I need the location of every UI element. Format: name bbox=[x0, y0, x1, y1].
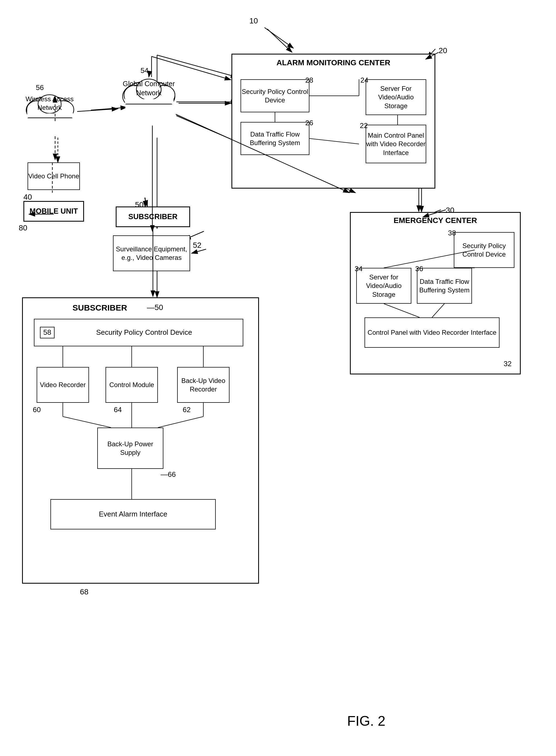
subscriber-top-label: SUBSCRIBER bbox=[128, 212, 178, 222]
ref-50-top: 50 bbox=[135, 200, 144, 209]
alarm-internal-connectors bbox=[232, 54, 435, 188]
svg-line-55 bbox=[384, 304, 420, 317]
ref-52: 52 bbox=[193, 241, 201, 250]
surveillance-label: Surveillance Equipment, e.g., Video Came… bbox=[113, 245, 189, 262]
svg-line-56 bbox=[432, 304, 444, 317]
svg-line-53 bbox=[145, 198, 147, 206]
global-network-cloud: Global Computer Network 54 bbox=[118, 74, 179, 124]
wireless-network-label: Wireless Access Network bbox=[22, 95, 77, 112]
alarm-center-outer-box: ALARM MONITORING CENTER Security Policy … bbox=[232, 54, 435, 189]
svg-line-7 bbox=[157, 55, 237, 77]
mobile-unit-label: MOBILE UNIT bbox=[30, 206, 78, 216]
ref-30: 30 bbox=[446, 206, 454, 215]
ref-10: 10 bbox=[249, 16, 258, 25]
global-network-label: Global Computer Network bbox=[118, 79, 179, 97]
ref-40: 40 bbox=[24, 193, 32, 201]
wireless-network-cloud: Wireless Access Network 56 bbox=[22, 91, 77, 136]
svg-line-62 bbox=[63, 417, 111, 427]
diagram: 10 ALARM MONITORING CENTER Security Poli… bbox=[0, 0, 556, 756]
svg-line-32 bbox=[309, 139, 359, 144]
ref-56: 56 bbox=[36, 83, 44, 92]
ref-68: 68 bbox=[80, 588, 89, 596]
ref-54: 54 bbox=[141, 66, 148, 75]
ref-80: 80 bbox=[19, 224, 27, 232]
fig-label: FIG. 2 bbox=[347, 713, 385, 729]
svg-rect-49 bbox=[28, 113, 73, 127]
svg-line-79 bbox=[77, 109, 118, 112]
video-cell-phone-label: Video Cell Phone bbox=[28, 172, 79, 180]
svg-rect-41 bbox=[125, 99, 174, 113]
svg-line-2 bbox=[267, 29, 292, 52]
svg-line-65 bbox=[158, 417, 203, 427]
svg-line-69 bbox=[265, 28, 293, 48]
mobile-unit-box: MOBILE UNIT bbox=[24, 201, 84, 222]
emergency-internal-connectors bbox=[351, 213, 520, 374]
emergency-center-outer-box: EMERGENCY CENTER Security Policy Control… bbox=[350, 212, 521, 374]
svg-line-57 bbox=[384, 250, 475, 268]
subscriber-bottom-internal-connectors bbox=[23, 298, 258, 583]
subscriber-top-box: SUBSCRIBER bbox=[116, 206, 190, 227]
ref-20: 20 bbox=[439, 46, 447, 55]
subscriber-bottom-outer-box: SUBSCRIBER —50 58 Security Policy Contro… bbox=[22, 297, 259, 584]
surveillance-box: Surveillance Equipment, e.g., Video Came… bbox=[113, 235, 190, 271]
video-cell-phone-box: Video Cell Phone bbox=[28, 162, 80, 190]
svg-line-83 bbox=[192, 249, 206, 253]
